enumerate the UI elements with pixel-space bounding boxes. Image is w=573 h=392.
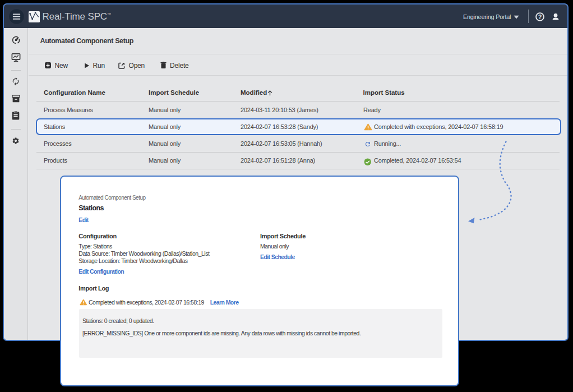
svg-text:?: ? (538, 13, 542, 20)
